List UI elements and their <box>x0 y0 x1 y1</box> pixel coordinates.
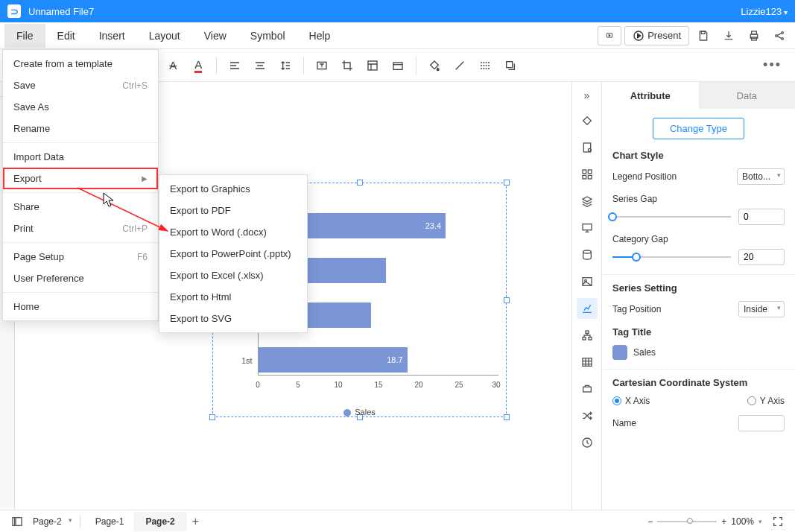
app-logo-icon: ⊃ <box>7 4 21 18</box>
legend-position-label: Legend Position <box>612 171 677 182</box>
tag-title-heading: Tag Title <box>612 326 785 338</box>
x-tick: 5 <box>296 381 300 389</box>
x-axis-radio[interactable]: X Axis <box>612 396 650 406</box>
menu-edit[interactable]: Edit <box>45 24 87 48</box>
file-menu-item[interactable]: Export▶ <box>3 168 158 189</box>
share-icon[interactable] <box>768 25 791 46</box>
x-tick: 15 <box>374 381 382 389</box>
layout-icon[interactable] <box>362 55 383 76</box>
hierarchy-icon[interactable] <box>577 325 598 346</box>
line-spacing-icon[interactable] <box>275 55 296 76</box>
export-menu-item[interactable]: Export to Html <box>159 286 307 308</box>
crop-icon[interactable] <box>337 55 358 76</box>
presentation-icon[interactable] <box>577 218 598 238</box>
svg-rect-15 <box>583 170 586 174</box>
menu-insert[interactable]: Insert <box>87 24 137 48</box>
tab-attribute[interactable]: Attribute <box>602 82 699 109</box>
font-color-icon[interactable]: A <box>188 55 209 76</box>
toolbar-more-icon[interactable]: ••• <box>763 57 789 73</box>
collapse-panel-icon[interactable]: » <box>581 86 593 104</box>
align-vertical-icon[interactable] <box>250 55 270 76</box>
link-icon[interactable] <box>577 379 598 399</box>
add-page-button[interactable]: + <box>186 512 205 531</box>
change-type-button[interactable]: Change Type <box>653 118 744 139</box>
series-gap-input[interactable] <box>738 209 785 225</box>
align-left-icon[interactable] <box>224 55 245 76</box>
svg-rect-13 <box>583 143 590 152</box>
side-icon-strip: » <box>571 82 601 510</box>
file-menu-item[interactable]: User Preference <box>3 267 158 289</box>
menu-layout[interactable]: Layout <box>137 24 192 48</box>
resize-handle[interactable] <box>504 297 510 303</box>
svg-point-8 <box>782 37 784 39</box>
database-icon[interactable] <box>577 244 598 265</box>
table-icon[interactable] <box>577 352 598 373</box>
container-icon[interactable] <box>387 55 408 76</box>
export-menu-item[interactable]: Export to PDF <box>159 200 307 221</box>
resize-handle[interactable] <box>504 180 510 186</box>
menu-symbol[interactable]: Symbol <box>238 24 297 48</box>
file-menu-item[interactable]: PrintCtrl+P <box>3 218 158 239</box>
fullscreen-icon[interactable] <box>767 511 789 532</box>
strikethrough-icon[interactable]: A <box>162 55 183 76</box>
shuffle-icon[interactable] <box>577 405 598 426</box>
series-gap-slider[interactable] <box>612 211 731 223</box>
y-axis-radio[interactable]: Y Axis <box>747 396 785 406</box>
layers-icon[interactable] <box>577 191 598 212</box>
export-menu-item[interactable]: Export to Word (.docx) <box>159 221 307 243</box>
slideshow-icon-button[interactable] <box>598 26 621 45</box>
zoom-slider[interactable] <box>657 521 717 522</box>
export-menu-item[interactable]: Export to Graphics <box>159 178 307 200</box>
export-menu-item[interactable]: Export to Excel (.xlsx) <box>159 265 307 286</box>
line-style-icon[interactable] <box>475 55 495 76</box>
tag-position-select[interactable]: Inside <box>738 301 785 317</box>
svg-rect-12 <box>507 61 513 67</box>
user-menu[interactable]: Lizzie123 <box>741 6 788 17</box>
export-menu-item[interactable]: Export to SVG <box>159 308 307 329</box>
coord-heading: Cartesian Coordinate System <box>612 377 785 388</box>
page-dropdown[interactable]: Page-2 <box>28 513 75 530</box>
menu-file[interactable]: File <box>4 24 45 48</box>
statusbar: Page-2 Page-1 Page-2 + − + 100% ▾ <box>0 510 795 532</box>
file-menu-item[interactable]: SaveCtrl+S <box>3 75 158 96</box>
category-gap-input[interactable] <box>738 249 785 265</box>
file-menu-item[interactable]: Save As <box>3 96 158 118</box>
export-menu-item[interactable]: Export to PowerPoint (.pptx) <box>159 243 307 265</box>
file-menu-item[interactable]: Home <box>3 296 158 317</box>
history-icon[interactable] <box>577 432 598 453</box>
text-box-icon[interactable] <box>311 55 332 76</box>
zoom-in-button[interactable]: + <box>721 516 726 527</box>
category-gap-slider[interactable] <box>612 251 731 263</box>
svg-rect-2 <box>701 31 705 34</box>
shadow-icon[interactable] <box>500 55 521 76</box>
save-icon[interactable] <box>692 25 715 46</box>
resize-handle[interactable] <box>357 180 363 186</box>
axis-name-input[interactable] <box>738 415 785 431</box>
page-tab[interactable]: Page-1 <box>85 512 136 531</box>
theme-icon[interactable] <box>577 110 598 131</box>
file-menu-item[interactable]: Rename <box>3 118 158 139</box>
fill-icon[interactable] <box>424 55 445 76</box>
chart-icon[interactable] <box>577 298 598 319</box>
menu-view[interactable]: View <box>192 24 238 48</box>
menu-help[interactable]: Help <box>297 24 343 48</box>
download-icon[interactable] <box>718 25 740 46</box>
page-tab[interactable]: Page-2 <box>135 512 186 531</box>
file-menu-item[interactable]: Import Data <box>3 146 158 168</box>
series-color-swatch[interactable] <box>612 345 627 360</box>
page-icon[interactable] <box>577 137 598 158</box>
file-menu-item[interactable]: Create from a template <box>3 53 158 75</box>
svg-rect-11 <box>393 63 402 69</box>
legend-position-select[interactable]: Botto... <box>737 168 785 185</box>
line-icon[interactable] <box>449 55 470 76</box>
svg-rect-23 <box>586 331 589 333</box>
grid-icon[interactable] <box>577 164 598 185</box>
file-menu-item[interactable]: Share <box>3 196 158 218</box>
image-icon[interactable] <box>577 271 598 292</box>
file-menu-item[interactable]: Page SetupF6 <box>3 246 158 267</box>
outline-view-icon[interactable] <box>6 511 28 532</box>
tab-data[interactable]: Data <box>699 82 796 109</box>
zoom-out-button[interactable]: − <box>647 516 653 527</box>
present-button[interactable]: Present <box>624 26 689 45</box>
print-icon[interactable] <box>743 25 765 46</box>
